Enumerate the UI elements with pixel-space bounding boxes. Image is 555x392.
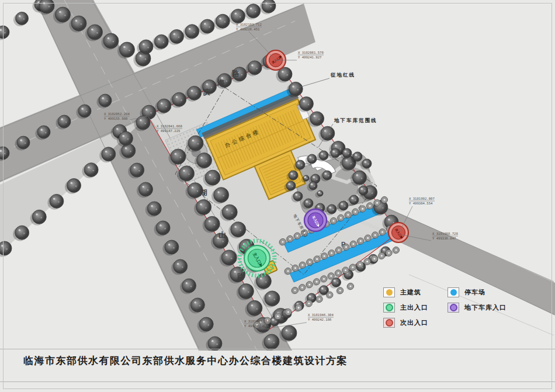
svg-text:Y 499187.225: Y 499187.225 bbox=[157, 129, 180, 133]
bush-icon bbox=[392, 247, 400, 254]
coordinate-annotation: X 3181937.112Y 499236.409 bbox=[244, 320, 270, 329]
svg-text:山: 山 bbox=[218, 231, 226, 239]
tree-icon bbox=[152, 34, 169, 50]
tree-icon bbox=[168, 30, 184, 46]
bush-icon bbox=[315, 296, 323, 303]
tree-icon bbox=[199, 19, 215, 35]
garage-entrance-marker: 车入口 bbox=[304, 209, 327, 231]
legend-label: 主出入口 bbox=[400, 303, 428, 312]
svg-text:X 3182052.284: X 3182052.284 bbox=[104, 112, 130, 116]
tree-icon bbox=[137, 40, 154, 55]
parking-label: P bbox=[341, 241, 345, 248]
svg-text:X 3182103.712: X 3182103.712 bbox=[236, 23, 262, 26]
legend-item-garage-entrance: 地下车库入口 bbox=[448, 303, 507, 313]
tree-icon bbox=[183, 25, 199, 40]
site-plan-page: 办公综合楼 主入口 车入口 地下车库入口 次入口 bbox=[0, 0, 555, 392]
svg-text:Y 499304.554: Y 499304.554 bbox=[409, 202, 433, 205]
legend-item-parking: 停车场 bbox=[448, 287, 485, 297]
svg-text:Y 499241.927: Y 499241.927 bbox=[298, 55, 321, 59]
legend-swatch-building bbox=[383, 287, 395, 297]
secondary-entrance-marker-east: 次入口 bbox=[388, 223, 408, 242]
legend-item-building: 主建筑 bbox=[383, 287, 421, 297]
title-rule-bottom bbox=[0, 381, 555, 382]
svg-text:X 3182081.578: X 3182081.578 bbox=[298, 51, 324, 54]
legend-label: 地下车库入口 bbox=[464, 303, 507, 312]
legend-label: 停车场 bbox=[464, 288, 485, 297]
svg-text:湖: 湖 bbox=[199, 189, 207, 197]
tree-icon bbox=[0, 26, 9, 40]
tree-icon bbox=[244, 4, 261, 20]
svg-text:路: 路 bbox=[237, 273, 245, 281]
svg-text:地下车库范围线: 地下车库范围线 bbox=[334, 117, 377, 123]
svg-text:X 3182041.660: X 3182041.660 bbox=[157, 124, 182, 128]
svg-text:Y 499228.451: Y 499228.451 bbox=[236, 27, 259, 31]
legend: 主建筑 停车场 主出入口 地下车库入口 次出入口 bbox=[379, 286, 548, 335]
title-rule-top bbox=[0, 349, 555, 349]
legend-swatch-main-entrance bbox=[383, 303, 395, 313]
red-line-label: 征地红线 bbox=[296, 72, 355, 88]
bush-icon bbox=[346, 283, 354, 290]
tree-icon bbox=[280, 325, 297, 342]
legend-swatch-garage-entrance bbox=[448, 303, 459, 313]
svg-text:路: 路 bbox=[231, 70, 240, 78]
drawing-title: 临海市东部供水有限公司东部供水服务中心办公综合楼建筑设计方案 bbox=[23, 354, 348, 367]
legend-item-secondary-entrance: 次出入口 bbox=[383, 318, 428, 328]
svg-text:滨: 滨 bbox=[203, 88, 211, 96]
svg-text:Y 499242.186: Y 499242.186 bbox=[308, 318, 331, 321]
legend-item-main-entrance: 主出入口 bbox=[383, 303, 428, 313]
svg-text:X 3181988.728: X 3181988.728 bbox=[432, 232, 458, 235]
svg-text:Y 499155.980: Y 499155.980 bbox=[104, 117, 127, 120]
tree-icon bbox=[13, 12, 29, 27]
svg-text:海: 海 bbox=[217, 79, 225, 87]
bush-icon bbox=[377, 252, 385, 259]
svg-text:X 3181937.112: X 3181937.112 bbox=[244, 320, 270, 323]
bush-icon bbox=[380, 197, 388, 204]
bush-icon bbox=[336, 287, 344, 294]
legend-label: 主建筑 bbox=[400, 288, 421, 297]
tree-icon bbox=[117, 42, 135, 59]
svg-text:Y 499336.847: Y 499336.847 bbox=[432, 237, 456, 240]
legend-swatch-secondary-entrance bbox=[383, 318, 395, 328]
tree-icon bbox=[0, 241, 12, 257]
svg-text:Y 499236.409: Y 499236.409 bbox=[244, 324, 268, 328]
svg-text:X 3181992.007: X 3181992.007 bbox=[409, 197, 435, 200]
svg-text:征地红线: 征地红线 bbox=[330, 72, 355, 78]
svg-text:X 3181946.304: X 3181946.304 bbox=[308, 313, 334, 317]
tree-icon bbox=[214, 14, 230, 30]
legend-label: 次出入口 bbox=[400, 318, 428, 327]
tree-icon bbox=[260, 0, 276, 15]
legend-swatch-parking bbox=[448, 287, 459, 297]
